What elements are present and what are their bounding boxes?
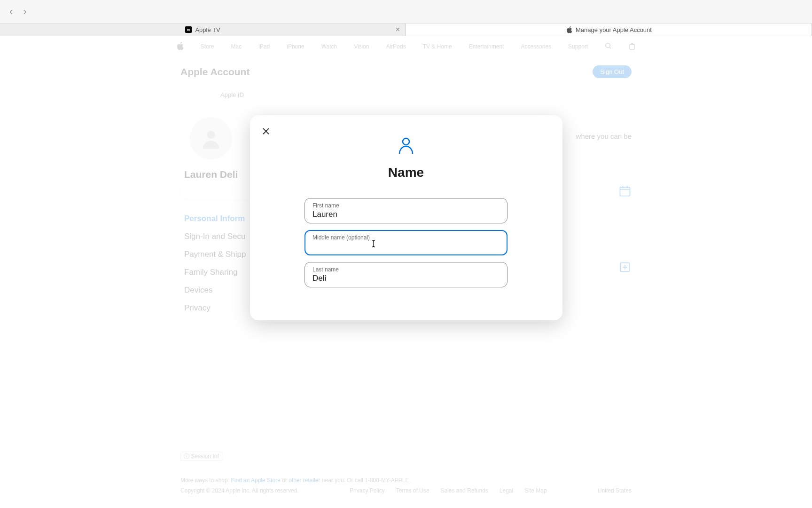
first-name-field-wrapper[interactable]: First name xyxy=(304,198,508,223)
nav-back-button[interactable]: ‹ xyxy=(9,6,13,18)
modal-overlay: Name First name Middle name (optional) xyxy=(0,36,812,508)
middle-name-field-wrapper[interactable]: Middle name (optional) xyxy=(304,230,508,255)
apple-logo-icon xyxy=(566,26,572,33)
tab-label: Manage your Apple Account xyxy=(576,26,652,33)
middle-name-label: Middle name (optional) xyxy=(312,234,500,241)
last-name-field-wrapper[interactable]: Last name xyxy=(304,262,508,287)
first-name-input[interactable] xyxy=(312,209,500,220)
tab-close-button[interactable]: × xyxy=(396,25,400,34)
person-icon xyxy=(397,136,415,155)
name-edit-modal: Name First name Middle name (optional) xyxy=(250,115,562,320)
last-name-input[interactable] xyxy=(312,273,500,284)
svg-point-10 xyxy=(403,138,409,145)
browser-toolbar: ‹ › xyxy=(0,0,812,24)
apple-tv-icon: tv xyxy=(185,26,192,33)
tab-label: Apple TV xyxy=(195,26,220,33)
tab-bar: tv Apple TV × Manage your Apple Account xyxy=(0,24,812,36)
middle-name-input[interactable] xyxy=(312,241,500,252)
nav-forward-button[interactable]: › xyxy=(23,6,26,18)
modal-title: Name xyxy=(269,165,544,180)
first-name-label: First name xyxy=(312,202,500,209)
tab-apple-tv[interactable]: tv Apple TV × xyxy=(0,24,406,36)
tab-apple-account[interactable]: Manage your Apple Account xyxy=(406,24,812,36)
last-name-label: Last name xyxy=(312,266,500,273)
close-button[interactable] xyxy=(260,126,272,137)
